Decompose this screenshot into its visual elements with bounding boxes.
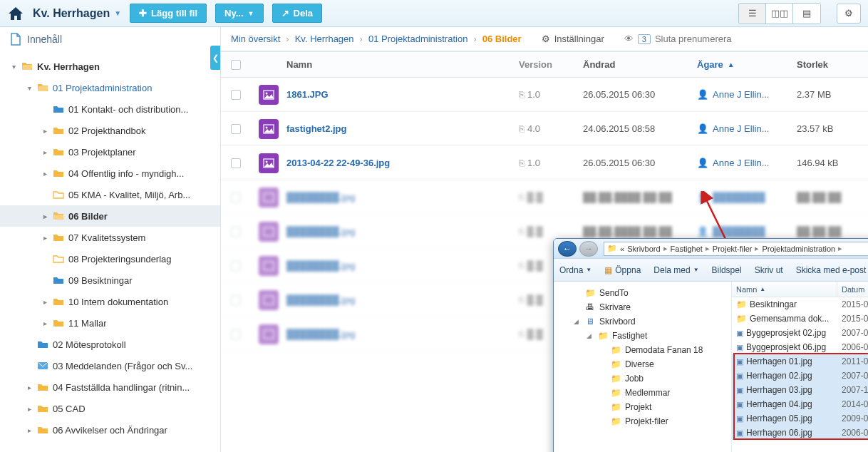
view-grid-large-button[interactable]: ◫◫: [766, 4, 793, 24]
list-item[interactable]: 📁Gemensamma dok...2015-04-20 11:55Filmap…: [732, 312, 868, 326]
expand-icon[interactable]: ▸: [41, 319, 48, 327]
row-checkbox[interactable]: [231, 90, 241, 100]
explorer-tree-item[interactable]: 📁Projekt: [554, 400, 731, 414]
nav-back-button[interactable]: ←: [558, 241, 577, 257]
folder-tree-item[interactable]: ▸03 Projektplaner: [0, 141, 220, 163]
expand-icon[interactable]: ▸: [41, 170, 48, 178]
list-item[interactable]: 📁Besiktningar2015-04-20 11:55Filmapp: [732, 297, 868, 312]
file-name-link[interactable]: fastighet2.jpg: [286, 123, 347, 134]
explorer-toolbar: Ordna ▼ ▦ Öppna Dela med ▼ Bildspel Skri…: [554, 259, 868, 282]
breadcrumb-item[interactable]: Min översikt: [231, 34, 280, 44]
collapse-sidebar-button[interactable]: ❮: [210, 46, 220, 70]
expand-icon[interactable]: ▸: [41, 127, 48, 135]
subscribe-control[interactable]: 👁 3 Sluta prenumerera: [624, 34, 732, 44]
folder-tree-item[interactable]: ▾01 Projektadministration: [0, 77, 220, 98]
folder-tree-item[interactable]: ▸06 Avvikelser och Ändringar: [0, 419, 220, 441]
file-name-link[interactable]: 2013-04-22 22-49-36.jpg: [286, 158, 390, 168]
ex-col-name[interactable]: Namn ▲: [732, 282, 837, 297]
folder-tree-item[interactable]: ▸10 Intern dokumentation: [0, 291, 220, 312]
table-row[interactable]: 1861.JPG⎘ 1.026.05.2015 06:30👤Anne J Ell…: [221, 78, 868, 112]
breadcrumb-item[interactable]: 01 Projektadministration: [368, 34, 467, 44]
folder-tree-item[interactable]: 05 KMA - Kvalitet, Miljö, Arb...: [0, 184, 220, 205]
expand-icon[interactable]: ▾: [26, 84, 33, 92]
share-with-button[interactable]: Dela med ▼: [653, 265, 698, 275]
file-name: Gemensamma dok...: [750, 314, 829, 324]
col-name-header[interactable]: Namn: [286, 59, 519, 70]
explorer-tree-item[interactable]: ◢🖥Skrivbord: [554, 314, 731, 329]
share-button[interactable]: ↗ Dela: [272, 4, 322, 23]
folder-settings-button[interactable]: ⚙ Inställningar: [542, 34, 604, 44]
organize-button[interactable]: Ordna ▼: [559, 265, 591, 275]
list-item[interactable]: ▣Byggeprosjekt 02.jpg2007-04-06 08:45JPG…: [732, 326, 868, 340]
expand-icon[interactable]: ▸: [26, 405, 33, 413]
explorer-tree-item[interactable]: 📁Diverse: [554, 357, 731, 371]
folder-tree-item[interactable]: ▸04 Fastställda handlingar (ritnin...: [0, 376, 220, 398]
folder-tree-item[interactable]: ▸11 Mallar: [0, 312, 220, 334]
print-button[interactable]: Skriv ut: [755, 265, 783, 275]
path-seg[interactable]: Projektadministration: [762, 245, 835, 253]
home-icon[interactable]: [7, 6, 24, 21]
folder-tree-root[interactable]: ▾ Kv. Herrhagen: [0, 56, 220, 77]
path-seg[interactable]: Fastighet: [671, 245, 703, 253]
explorer-tree-item[interactable]: ◢📁Fastighet: [554, 329, 731, 343]
list-item[interactable]: ▣Herrhagen 03.jpg2007-10-01 00:00JPG-fil…: [732, 383, 868, 397]
list-item[interactable]: ▣Herrhagen 04.jpg2014-05-11 12:18JPG-fil…: [732, 397, 868, 411]
view-grid-small-button[interactable]: ▤: [793, 4, 820, 24]
list-item[interactable]: ▣Herrhagen 05.jpg2009-03-28 15:58JPG-fil…: [732, 411, 868, 426]
row-checkbox[interactable]: [231, 124, 241, 134]
expand-icon[interactable]: ▸: [41, 148, 48, 156]
col-modified-header[interactable]: Ändrad: [583, 59, 697, 70]
email-button[interactable]: Skicka med e-post: [796, 265, 867, 275]
folder-tree-item[interactable]: ▸05 CAD: [0, 398, 220, 419]
expand-icon[interactable]: ▸: [41, 234, 48, 242]
list-item[interactable]: ▣Byggeprosjekt 06.jpg2006-06-15 20:50JPG…: [732, 340, 868, 354]
list-item[interactable]: ▣Herrhagen 01.jpg2011-05-07 18:49JPG-fil…: [732, 354, 868, 369]
view-list-button[interactable]: ☰: [739, 4, 766, 24]
folder-tree-item[interactable]: 02 Mötesprotokoll: [0, 334, 220, 355]
expand-icon[interactable]: ▸: [26, 384, 33, 391]
select-all-checkbox[interactable]: [231, 60, 241, 70]
nav-forward-button[interactable]: →: [579, 241, 598, 257]
col-owner-header[interactable]: Ägare ▲: [697, 59, 797, 70]
owner-link[interactable]: Anne J Ellin...: [713, 123, 770, 134]
project-name-dropdown[interactable]: Kv. Herrhagen ▼: [33, 7, 121, 20]
explorer-tree-item[interactable]: 📁Projekt-filer: [554, 414, 731, 428]
folder-tree-item[interactable]: 08 Projekteringsunderlag: [0, 248, 220, 269]
folder-tree-item[interactable]: 01 Kontakt- och distribution...: [0, 98, 220, 120]
explorer-tree-item[interactable]: 📁Jobb: [554, 371, 731, 386]
path-seg[interactable]: Skrivbord: [627, 245, 660, 253]
explorer-tree-item[interactable]: 📁Medlemmar: [554, 386, 731, 400]
table-row[interactable]: 2013-04-22 22-49-36.jpg⎘ 1.026.05.2015 0…: [221, 146, 868, 180]
row-checkbox[interactable]: [231, 158, 241, 168]
open-button[interactable]: ▦ Öppna: [604, 265, 641, 275]
col-size-header[interactable]: Storlek: [797, 59, 868, 70]
table-row[interactable]: fastighet2.jpg⎘ 4.024.06.2015 08:58👤Anne…: [221, 112, 868, 146]
expand-icon[interactable]: ▸: [41, 298, 48, 306]
expand-icon[interactable]: ▸: [41, 212, 48, 220]
owner-link[interactable]: Anne J Ellin...: [713, 89, 770, 100]
folder-tree-item[interactable]: ▸07 Kvalitetssystem: [0, 227, 220, 248]
expand-icon[interactable]: ▸: [26, 426, 33, 434]
folder-tree-item[interactable]: 03 Meddelanden (Frågor och Sv...: [0, 355, 220, 376]
image-file-icon: [259, 85, 279, 105]
new-button[interactable]: Ny... ▼: [215, 4, 263, 23]
breadcrumb-item[interactable]: Kv. Herrhagen: [295, 34, 354, 44]
folder-tree-item[interactable]: ▸04 Offentlig info - myndigh...: [0, 163, 220, 184]
owner-link[interactable]: Anne J Ellin...: [713, 158, 770, 168]
file-name-link[interactable]: 1861.JPG: [286, 89, 329, 100]
folder-tree-item[interactable]: 09 Besiktningar: [0, 269, 220, 291]
list-item[interactable]: ▣Herrhagen 02.jpg2007-04-06 08:45JPG-fil…: [732, 369, 868, 383]
address-bar[interactable]: 📁 « Skrivbord▸ Fastighet▸ Projekt-filer▸…: [604, 242, 868, 256]
folder-tree-item[interactable]: ▸06 Bilder: [0, 205, 220, 227]
add-file-button[interactable]: ✚ Lägg till fil: [130, 4, 207, 23]
explorer-tree-item[interactable]: 🖶Skrivare: [554, 300, 731, 314]
ex-col-date[interactable]: Datum: [837, 282, 868, 297]
explorer-tree-item[interactable]: 📁SendTo: [554, 286, 731, 300]
list-item[interactable]: ▣Herrhagen 06.jpg2006-06-15 20:50JPG-fil…: [732, 426, 868, 440]
col-version-header[interactable]: Version: [519, 59, 583, 70]
slideshow-button[interactable]: Bildspel: [712, 265, 742, 275]
path-seg[interactable]: Projekt-filer: [713, 245, 753, 253]
explorer-tree-item[interactable]: 📁Demodata Fanan 18: [554, 343, 731, 357]
folder-tree-item[interactable]: ▸02 Projekthandbok: [0, 120, 220, 141]
settings-button[interactable]: ⚙: [837, 4, 861, 24]
